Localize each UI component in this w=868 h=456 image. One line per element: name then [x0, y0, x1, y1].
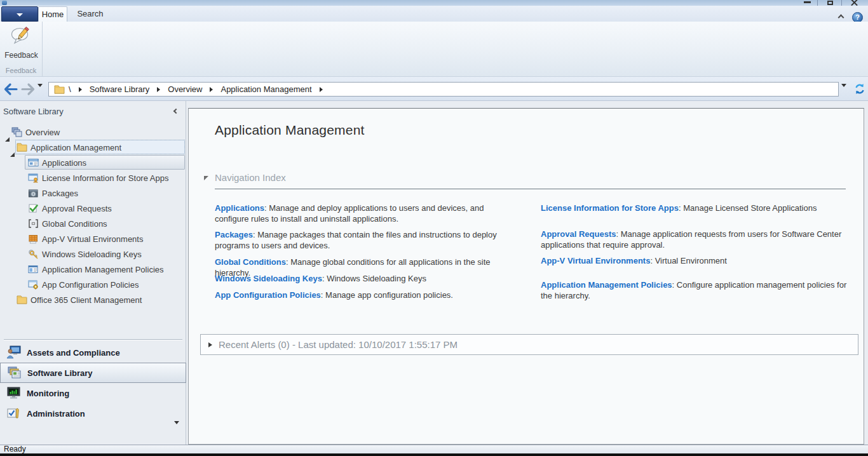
app-configuration-policies-link[interactable]: App Configuration Policies	[215, 290, 321, 300]
navigation-dropdown-button[interactable]	[37, 87, 45, 92]
nav-item-administration[interactable]: Administration	[0, 403, 186, 424]
global-conditions-link[interactable]: Global Conditions	[215, 257, 286, 267]
tree-item-approval-requests[interactable]: Approval Requests	[0, 201, 186, 216]
tree-item-application-management[interactable]: Application Management	[0, 140, 186, 155]
tab-home[interactable]: Home	[38, 6, 67, 22]
sidebar-splitter[interactable]	[0, 338, 186, 342]
ribbon-group-feedback: Feedback Feedback	[0, 22, 43, 76]
breadcrumb-history-button[interactable]	[841, 87, 850, 92]
navigation-index-header[interactable]: Navigation Index	[215, 172, 286, 183]
packages-link[interactable]: Packages	[215, 230, 253, 239]
sidebar: Software Library Overview Application Ma…	[0, 101, 186, 445]
index-link-windows-sideloading-keys: Windows Sideloading Keys: Windows Sidelo…	[215, 273, 519, 284]
feedback-button[interactable]: Feedback	[2, 23, 41, 63]
tree-item-global-conditions[interactable]: Global Conditions	[0, 216, 186, 231]
navigation-tree: Overview Application Management Applicat…	[0, 124, 186, 307]
breadcrumb-separator-icon	[79, 87, 82, 92]
windows-sideloading-keys-link[interactable]: Windows Sideloading Keys	[215, 274, 322, 283]
chevron-down-icon	[17, 13, 23, 17]
packages-icon	[28, 188, 39, 198]
collapse-section-icon[interactable]	[204, 176, 208, 180]
chevron-down-icon	[37, 84, 43, 98]
workspace-nav: Assets and Compliance Software Library M…	[0, 342, 186, 424]
tab-search[interactable]: Search	[69, 6, 112, 22]
folder-icon	[54, 84, 65, 94]
nav-item-assets-and-compliance[interactable]: Assets and Compliance	[0, 342, 186, 363]
breadcrumb-root[interactable]: \	[65, 84, 75, 94]
application-menu-button[interactable]	[1, 6, 38, 22]
breadcrumb-item-overview[interactable]: Overview	[164, 84, 206, 94]
chevron-up-icon	[837, 15, 844, 21]
applications-link[interactable]: Applications	[215, 203, 264, 213]
forward-arrow-icon	[20, 82, 36, 97]
refresh-button[interactable]	[854, 83, 865, 95]
index-link-approval-requests: Approval Requests: Manage application re…	[541, 229, 856, 250]
back-button[interactable]	[3, 82, 19, 97]
expand-arrow-icon	[208, 342, 212, 347]
folder-icon	[17, 142, 27, 152]
index-link-app-configuration-policies: App Configuration Policies: Manage app c…	[215, 290, 519, 300]
ribbon-tab-row: Home Search ?	[0, 6, 868, 22]
tree-item-application-management-policies[interactable]: Application Management Policies	[0, 262, 186, 277]
status-text: Ready	[4, 445, 26, 453]
content-panel: Application Management Navigation Index …	[188, 108, 864, 445]
recent-alerts-section[interactable]: Recent Alerts (0) - Last updated: 10/10/…	[200, 334, 858, 355]
address-bar: \ Software Library Overview Application …	[0, 77, 868, 101]
feedback-icon	[10, 25, 33, 48]
windows-sideloading-keys-icon	[28, 249, 39, 259]
approval-requests-link[interactable]: Approval Requests	[541, 229, 616, 239]
recent-alerts-header: Recent Alerts (0) - Last updated: 10/10/…	[219, 339, 458, 350]
appv-virtual-environments-link[interactable]: App-V Virtual Environments	[541, 256, 650, 265]
global-conditions-icon	[28, 218, 39, 229]
expand-arrow-icon	[5, 128, 10, 142]
app-icon	[2, 1, 7, 5]
index-link-license-information: License Information for Store Apps: Mana…	[541, 203, 856, 213]
nav-more-button[interactable]	[174, 424, 179, 436]
close-button[interactable]	[845, 0, 864, 6]
breadcrumb-separator-icon	[320, 87, 323, 92]
tree-item-overview[interactable]: Overview	[0, 124, 186, 140]
tree-item-packages[interactable]: Packages	[0, 185, 186, 201]
breadcrumb-separator-icon	[210, 87, 213, 92]
software-library-icon	[7, 366, 22, 380]
breadcrumb[interactable]: \ Software Library Overview Application …	[48, 82, 839, 97]
folder-icon	[17, 295, 27, 305]
tree-item-office-365-client-management[interactable]: Office 365 Client Management	[0, 292, 186, 307]
nav-item-software-library[interactable]: Software Library	[0, 363, 186, 383]
expand-arrow-icon	[10, 143, 15, 157]
breadcrumb-item-application-management[interactable]: Application Management	[217, 84, 315, 94]
ribbon-group-label: Feedback	[0, 67, 42, 74]
window-title-bar	[0, 0, 868, 6]
assets-and-compliance-icon	[6, 345, 22, 359]
license-information-link[interactable]: License Information for Store Apps	[541, 203, 679, 213]
ribbon: Feedback Feedback	[0, 22, 868, 77]
status-bar: Ready	[0, 445, 868, 453]
index-link-application-management-policies: Application Management Policies: Configu…	[541, 279, 856, 301]
tree-item-applications[interactable]: Applications	[0, 155, 186, 170]
index-link-packages: Packages: Manage packages that contain t…	[215, 229, 519, 251]
chevron-down-icon	[841, 84, 846, 98]
forward-button[interactable]	[20, 82, 36, 97]
sidebar-collapse-button[interactable]	[174, 109, 180, 115]
chevron-down-icon	[174, 421, 179, 435]
tree-item-license-information[interactable]: License Information for Store Apps	[0, 170, 186, 185]
maximize-button[interactable]	[821, 0, 840, 6]
collapse-ribbon-button[interactable]	[836, 14, 845, 20]
index-link-appv-virtual-environments: App-V Virtual Environments: Virtual Envi…	[541, 255, 856, 266]
refresh-icon	[854, 83, 865, 95]
overview-icon	[11, 127, 22, 137]
back-arrow-icon	[3, 82, 19, 97]
tree-item-app-configuration-policies[interactable]: App Configuration Policies	[0, 277, 186, 292]
app-configuration-policies-icon	[28, 279, 39, 290]
breadcrumb-separator-icon	[157, 87, 160, 92]
chevron-left-icon	[173, 109, 179, 114]
application-management-policies-link[interactable]: Application Management Policies	[541, 280, 672, 290]
nav-item-monitoring[interactable]: Monitoring	[0, 383, 186, 403]
appv-virtual-environments-icon	[28, 234, 39, 244]
breadcrumb-item-software-library[interactable]: Software Library	[86, 84, 154, 94]
tree-item-windows-sideloading-keys[interactable]: Windows Sideloading Keys	[0, 246, 186, 262]
tree-item-appv-virtual-environments[interactable]: App-V Virtual Environments	[0, 231, 186, 246]
index-link-applications: Applications: Manage and deploy applicat…	[215, 203, 519, 224]
minimize-button[interactable]	[798, 0, 817, 6]
page-title: Application Management	[215, 123, 365, 138]
